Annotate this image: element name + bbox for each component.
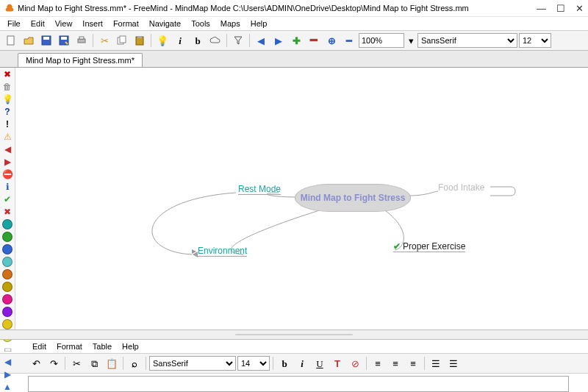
palette-ball9[interactable] (2, 319, 12, 329)
italic2-button[interactable]: i (294, 355, 310, 371)
node-rest-mode[interactable]: Rest Mode (238, 184, 281, 195)
palette-stop[interactable]: ⛔ (2, 169, 12, 179)
palette-right[interactable]: ▶ (2, 369, 12, 379)
palette-ball2[interactable] (2, 232, 12, 242)
add-node-button[interactable]: ✚ (288, 32, 304, 49)
center-node[interactable]: Mind Map to Fight Stress (295, 184, 411, 212)
remove-sibling-button[interactable]: ━ (341, 32, 357, 49)
maximize-button[interactable]: ☐ (556, 3, 565, 14)
underline-button[interactable]: U (312, 355, 328, 371)
palette-delete-x[interactable]: ✖ (2, 69, 12, 79)
add-sibling-button[interactable]: ⊕ (323, 32, 340, 49)
palette-ball3[interactable] (2, 244, 12, 254)
menu-edit[interactable]: Edit (26, 18, 49, 29)
copy2-button[interactable]: ⧉ (86, 355, 102, 371)
node-food-intake[interactable]: Food Intake (438, 182, 484, 193)
menu-maps[interactable]: Maps (216, 18, 245, 29)
palette-info[interactable]: ℹ (2, 182, 12, 192)
workspace: ✖🗑💡?!⚠◀▶⛔ℹ✔✖▭◀▶▲🙂 Mind Map to Fight Stre… (0, 68, 588, 329)
palette-no[interactable]: ✖ (2, 207, 12, 217)
editor-toolbar: ↶ ↷ ✂ ⧉ 📋 ⌕ SansSerif 14 b i U T ⊘ ≡ ≡ ≡… (0, 353, 588, 374)
editor-input[interactable] (28, 376, 569, 392)
print-button[interactable] (74, 32, 90, 49)
main-toolbar: ✂ 💡 i b ◀ ▶ ✚ ━ ⊕ ━ ▾ SansSerif 12 (0, 31, 588, 51)
font-family-select[interactable]: SansSerif (417, 33, 517, 48)
menu-format[interactable]: Format (109, 18, 143, 29)
undo-button[interactable]: ↶ (28, 355, 44, 371)
menu-file[interactable]: File (3, 18, 25, 29)
editor-menu-help[interactable]: Help (118, 341, 143, 352)
editor-menu-format[interactable]: Format (52, 341, 87, 352)
split-handle[interactable] (0, 329, 588, 340)
editor-menu-table[interactable]: Table (88, 341, 116, 352)
palette-ball1[interactable] (2, 219, 12, 229)
minimize-button[interactable]: — (537, 3, 546, 14)
node-proper-exercise[interactable]: ✔Proper Exercise (393, 241, 465, 252)
palette-left[interactable]: ◀ (2, 357, 12, 367)
save-as-button[interactable] (56, 32, 72, 49)
menu-help[interactable]: Help (246, 18, 272, 29)
menu-view[interactable]: View (51, 18, 77, 29)
editor-font-size[interactable]: 14 (237, 356, 270, 371)
svg-rect-0 (7, 36, 14, 45)
nav-fwd-button[interactable]: ▶ (270, 32, 287, 49)
zoom-dropdown-icon[interactable]: ▾ (406, 32, 416, 49)
svg-rect-5 (78, 39, 85, 43)
palette-ok[interactable]: ✔ (2, 194, 12, 204)
palette-ball4[interactable] (2, 257, 12, 267)
paste-button[interactable] (132, 32, 148, 49)
palette-help[interactable]: ? (2, 107, 12, 117)
cut2-button[interactable]: ✂ (68, 355, 85, 371)
fontcolor-button[interactable]: T (329, 355, 345, 371)
list-ordered-button[interactable]: ☰ (428, 355, 444, 371)
find-button[interactable]: ⌕ (126, 355, 143, 371)
paste2-button[interactable]: 📋 (104, 355, 120, 371)
list-unordered-button[interactable]: ☰ (445, 355, 462, 371)
align-center-button[interactable]: ≡ (387, 355, 404, 371)
copy-button[interactable] (114, 32, 130, 49)
palette-trash[interactable]: 🗑 (2, 82, 12, 92)
menubar: File Edit View Insert Format Navigate To… (0, 17, 588, 31)
palette-ball6[interactable] (2, 282, 12, 292)
canvas[interactable]: Mind Map to Fight Stress Rest Mode ▸Envi… (15, 68, 588, 329)
bold2-button[interactable]: b (276, 355, 293, 371)
open-button[interactable] (21, 32, 37, 49)
editor-menubar: Edit Format Table Help (0, 340, 588, 353)
idea-button[interactable]: 💡 (154, 32, 171, 49)
palette-doc[interactable]: ▭ (2, 344, 12, 354)
editor-font-family[interactable]: SansSerif (149, 356, 236, 371)
editor-menu-edit[interactable]: Edit (28, 341, 51, 352)
palette-fwd-red[interactable]: ▶ (2, 157, 12, 167)
save-button[interactable] (38, 32, 54, 49)
font-size-select[interactable]: 12 (519, 33, 551, 48)
zoom-input[interactable] (359, 33, 404, 48)
menu-tools[interactable]: Tools (187, 18, 215, 29)
menu-navigate[interactable]: Navigate (145, 18, 185, 29)
palette-ball7[interactable] (2, 294, 12, 304)
align-right-button[interactable]: ≡ (405, 355, 421, 371)
italic-button[interactable]: i (172, 32, 188, 49)
bold-button[interactable]: b (190, 32, 206, 49)
palette-ball5[interactable] (2, 269, 12, 279)
palette-back-red[interactable]: ◀ (2, 144, 12, 154)
cloud-button[interactable] (207, 32, 223, 49)
align-left-button[interactable]: ≡ (370, 355, 386, 371)
node-environment[interactable]: ▸Environment (192, 246, 247, 256)
check-icon: ✔ (393, 241, 401, 252)
palette-bulb[interactable]: 💡 (2, 94, 12, 104)
svg-rect-10 (137, 36, 142, 38)
cut-button[interactable]: ✂ (96, 32, 112, 49)
filter-button[interactable] (230, 32, 246, 49)
palette-up[interactable]: ▲ (2, 382, 12, 392)
close-button[interactable]: ✕ (576, 3, 584, 14)
remove-node-button[interactable]: ━ (306, 32, 322, 49)
nav-back-button[interactable]: ◀ (253, 32, 269, 49)
redo-button[interactable]: ↷ (46, 355, 62, 371)
clearformat-button[interactable]: ⊘ (347, 355, 363, 371)
new-button[interactable] (3, 32, 19, 49)
document-tab[interactable]: Mind Map to Fight Stress.mm* (18, 53, 143, 67)
palette-warn[interactable]: ⚠ (2, 132, 12, 142)
palette-ball8[interactable] (2, 307, 12, 317)
palette-exclaim[interactable]: ! (2, 119, 12, 129)
menu-insert[interactable]: Insert (78, 18, 107, 29)
